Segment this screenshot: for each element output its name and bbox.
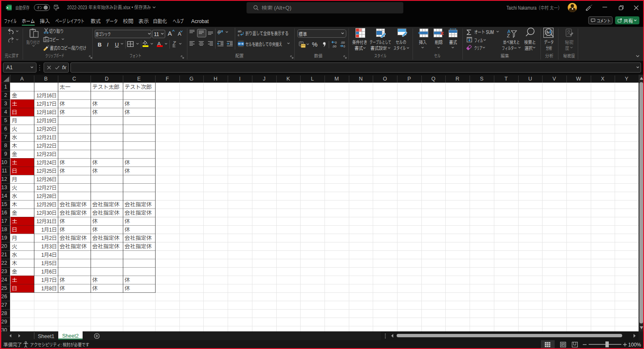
svg-text:X: X [6, 6, 8, 10]
svg-text:ab: ab [238, 29, 242, 33]
svg-text:c: c [238, 33, 239, 36]
svg-text:Z: Z [507, 33, 510, 38]
